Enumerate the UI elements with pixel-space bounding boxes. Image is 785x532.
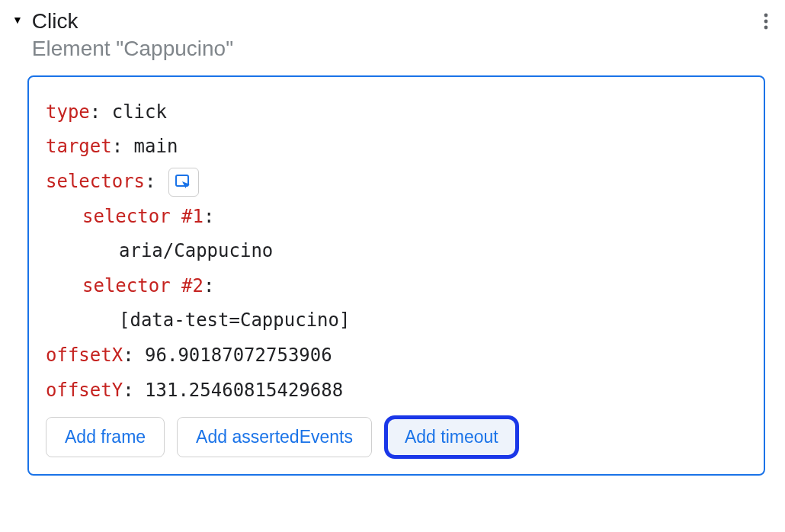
- header-titles: Click Element "Cappucino": [32, 8, 233, 63]
- prop-val-sel1: aria/Cappucino: [119, 240, 273, 261]
- svg-point-0: [764, 14, 768, 18]
- step-subtitle: Element "Cappucino": [32, 35, 233, 62]
- prop-val-offsetx: 96.90187072753906: [145, 345, 332, 366]
- header-left: ▼ Click Element "Cappucino": [12, 8, 233, 63]
- prop-selector-2[interactable]: selector #2:: [46, 269, 747, 304]
- step-header: ▼ Click Element "Cappucino": [12, 8, 773, 72]
- prop-key-offsetx: offsetX: [46, 345, 123, 366]
- svg-point-2: [764, 26, 768, 30]
- svg-point-1: [764, 20, 768, 24]
- prop-target[interactable]: target: main: [46, 130, 747, 165]
- prop-offsetx[interactable]: offsetX: 96.90187072753906: [46, 338, 747, 373]
- selector-picker-icon: [175, 175, 192, 190]
- prop-key-selectors: selectors: [46, 171, 145, 192]
- step-details-panel: type: click target: main selectors: sele…: [27, 75, 765, 476]
- prop-key-sel1: selector #1: [82, 206, 203, 227]
- prop-key-target: target: [46, 136, 112, 157]
- prop-key-sel2: selector #2: [82, 275, 203, 296]
- add-asserted-events-button[interactable]: Add assertedEvents: [177, 417, 372, 457]
- more-options-icon[interactable]: [759, 8, 773, 35]
- prop-selectors[interactable]: selectors:: [46, 165, 747, 200]
- prop-key-type: type: [46, 101, 90, 123]
- prop-selector-1[interactable]: selector #1:: [46, 200, 747, 235]
- prop-val-sel2: [data-test=Cappucino]: [119, 309, 350, 331]
- prop-key-offsety: offsetY: [46, 380, 123, 401]
- step-title: Click: [32, 8, 233, 35]
- action-button-row: Add frame Add assertedEvents Add timeout: [46, 415, 747, 459]
- prop-selector-1-value[interactable]: aria/Cappucino: [46, 234, 747, 269]
- prop-val-offsety: 131.25460815429688: [145, 380, 343, 401]
- prop-val-type: click: [112, 101, 167, 123]
- prop-selector-2-value[interactable]: [data-test=Cappucino]: [46, 303, 747, 338]
- selector-picker-button[interactable]: [168, 168, 199, 197]
- prop-type[interactable]: type: click: [46, 95, 747, 130]
- add-frame-button[interactable]: Add frame: [46, 417, 165, 457]
- prop-val-target: main: [134, 136, 178, 157]
- prop-offsety[interactable]: offsetY: 131.25460815429688: [46, 373, 747, 409]
- collapse-toggle-icon[interactable]: ▼: [12, 14, 23, 26]
- add-timeout-button[interactable]: Add timeout: [384, 415, 519, 459]
